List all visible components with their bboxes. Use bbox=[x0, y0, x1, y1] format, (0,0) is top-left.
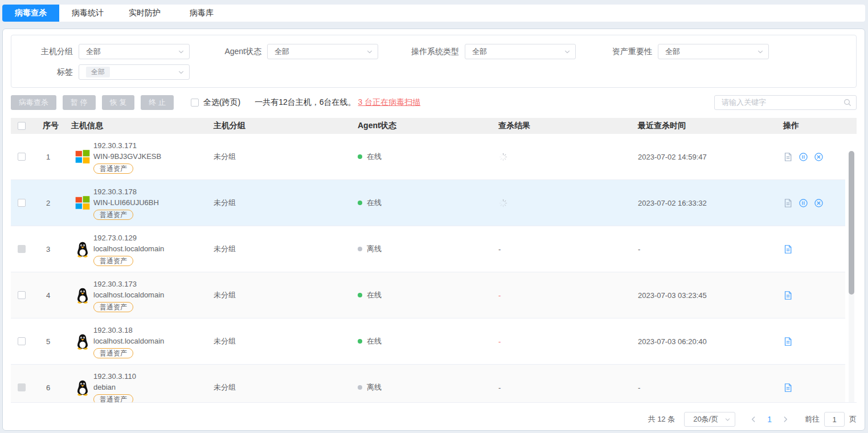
search-input[interactable] bbox=[714, 95, 857, 110]
col-header-scan-result: 查杀结果 bbox=[498, 121, 638, 131]
scanning-spinner-icon bbox=[498, 198, 508, 208]
status-dot bbox=[358, 154, 362, 159]
row-checkbox[interactable] bbox=[18, 337, 26, 345]
header-checkbox[interactable] bbox=[18, 122, 26, 130]
asset-tag: 普通资产 bbox=[93, 302, 133, 312]
tag-select-value-chip: 全部 bbox=[86, 67, 110, 77]
goto-page-input[interactable] bbox=[824, 412, 845, 427]
tab-virus-scan[interactable]: 病毒查杀 bbox=[2, 5, 59, 22]
row-index: 5 bbox=[43, 337, 71, 346]
next-page-icon[interactable] bbox=[781, 415, 790, 424]
scan-result-dash: - bbox=[498, 337, 501, 346]
row-actions bbox=[783, 291, 845, 300]
current-page-number[interactable]: 1 bbox=[767, 415, 772, 424]
scanning-hosts-link[interactable]: 3 台正在病毒扫描 bbox=[358, 97, 421, 108]
row-checkbox[interactable] bbox=[18, 291, 26, 299]
agent-status-select[interactable]: 全部 bbox=[267, 44, 378, 59]
tab-virus-database[interactable]: 病毒库 bbox=[173, 5, 230, 22]
os-type-select-value: 全部 bbox=[472, 47, 487, 57]
pagination-bar: 共 12 条 20条/页 1 前往 页 bbox=[11, 412, 857, 427]
col-header-index: 序号 bbox=[43, 121, 71, 131]
asset-tag: 普通资产 bbox=[93, 164, 133, 174]
last-scan-time: - bbox=[638, 245, 783, 254]
cancel-action-icon[interactable] bbox=[814, 152, 824, 162]
asset-tag: 普通资产 bbox=[93, 394, 133, 403]
prev-page-icon[interactable] bbox=[749, 415, 758, 424]
log-action-icon[interactable] bbox=[783, 337, 793, 346]
host-name: debian bbox=[93, 382, 136, 393]
goto-label: 前往 bbox=[805, 414, 820, 424]
host-group-value: 未分组 bbox=[214, 198, 358, 208]
row-checkbox[interactable] bbox=[18, 245, 26, 253]
chevron-down-icon bbox=[177, 48, 185, 56]
pause-button[interactable]: 暂 停 bbox=[63, 95, 96, 110]
agent-status-value: 离线 bbox=[367, 382, 382, 393]
asset-importance-select[interactable]: 全部 bbox=[658, 44, 769, 59]
chevron-down-icon bbox=[366, 48, 374, 56]
agent-status-value: 在线 bbox=[367, 152, 382, 162]
scan-result-cell bbox=[498, 152, 638, 162]
host-ip: 192.30.3.171 bbox=[93, 140, 161, 151]
pause-action-icon[interactable] bbox=[799, 152, 808, 162]
row-checkbox[interactable] bbox=[18, 153, 26, 161]
resume-button[interactable]: 恢 复 bbox=[102, 95, 135, 110]
host-group-select[interactable]: 全部 bbox=[79, 44, 190, 59]
log-action-icon[interactable] bbox=[783, 291, 793, 300]
status-dot bbox=[358, 385, 362, 390]
scan-result-cell: - bbox=[498, 383, 638, 392]
asset-tag: 普通资产 bbox=[93, 210, 133, 220]
last-scan-time: 2023-07-02 16:33:32 bbox=[638, 199, 783, 207]
asset-tag: 普通资产 bbox=[93, 256, 133, 266]
toolbar: 病毒查杀 暂 停 恢 复 终 止 全选(跨页) 一共有12台主机，6台在线。 3… bbox=[11, 95, 857, 110]
tab-realtime-protection[interactable]: 实时防护 bbox=[116, 5, 173, 22]
agent-status-value: 在线 bbox=[367, 336, 382, 346]
scanning-spinner-icon bbox=[498, 152, 508, 162]
table-row: 4 192.30.3.173 localhost.localdomain 普通资… bbox=[11, 272, 845, 318]
cancel-action-icon[interactable] bbox=[814, 198, 824, 208]
table-row: 1 192.30.3.171 WIN-9BJ3GVJKESB 普通资产 未分组 … bbox=[11, 134, 845, 180]
select-all-checkbox[interactable] bbox=[191, 99, 199, 107]
virus-scan-button[interactable]: 病毒查杀 bbox=[11, 95, 56, 110]
terminate-button[interactable]: 终 止 bbox=[141, 95, 174, 110]
row-index: 1 bbox=[43, 153, 71, 161]
scan-result-dash: - bbox=[498, 291, 501, 300]
table-scrollbar-thumb[interactable] bbox=[849, 151, 854, 295]
scan-result-cell: - bbox=[498, 245, 638, 254]
table-row: 3 192.73.0.129 localhost.localdomain 普通资… bbox=[11, 226, 845, 272]
tab-virus-stats[interactable]: 病毒统计 bbox=[59, 5, 116, 22]
total-count-label: 共 12 条 bbox=[648, 414, 675, 424]
col-header-last-scan-time: 最近查杀时间 bbox=[638, 121, 783, 131]
log-action-icon[interactable] bbox=[783, 383, 793, 393]
log-action-icon[interactable] bbox=[783, 244, 793, 254]
linux-logo-icon bbox=[74, 287, 91, 304]
col-header-host-info: 主机信息 bbox=[71, 121, 214, 131]
row-index: 3 bbox=[43, 245, 71, 254]
asset-importance-select-value: 全部 bbox=[665, 47, 680, 57]
row-checkbox[interactable] bbox=[18, 383, 26, 391]
windows-logo-icon bbox=[74, 148, 91, 165]
host-ip: 192.30.3.178 bbox=[93, 186, 159, 197]
table-header: 序号 主机信息 主机分组 Agent状态 查杀结果 最近查杀时间 操作 bbox=[11, 118, 857, 134]
page-unit-label: 页 bbox=[849, 414, 857, 424]
log-action-icon[interactable] bbox=[783, 152, 793, 162]
page-size-select[interactable]: 20条/页 bbox=[684, 412, 735, 427]
scan-result-dash: - bbox=[498, 383, 501, 392]
row-actions bbox=[783, 198, 845, 208]
host-table: 序号 主机信息 主机分组 Agent状态 查杀结果 最近查杀时间 操作 1 19… bbox=[11, 118, 857, 403]
host-name: WIN-9BJ3GVJKESB bbox=[93, 151, 161, 162]
host-group-select-value: 全部 bbox=[86, 47, 101, 57]
os-type-select[interactable]: 全部 bbox=[465, 44, 576, 59]
row-index: 4 bbox=[43, 291, 71, 300]
row-checkbox[interactable] bbox=[18, 199, 26, 207]
agent-status-filter-label: Agent状态 bbox=[216, 47, 261, 57]
host-group-value: 未分组 bbox=[214, 382, 358, 393]
host-name: localhost.localdomain bbox=[93, 336, 164, 346]
asset-importance-filter-label: 资产重要性 bbox=[602, 47, 652, 57]
host-ip: 192.30.3.18 bbox=[93, 325, 164, 336]
log-action-icon[interactable] bbox=[783, 198, 793, 208]
host-name: localhost.localdomain bbox=[93, 289, 164, 300]
pause-action-icon[interactable] bbox=[799, 198, 808, 208]
tag-select[interactable]: 全部 bbox=[79, 64, 190, 80]
table-row: 6 192.30.3.110 debian 普通资产 未分组 离线 - - bbox=[11, 365, 845, 403]
search-icon[interactable] bbox=[843, 98, 852, 107]
